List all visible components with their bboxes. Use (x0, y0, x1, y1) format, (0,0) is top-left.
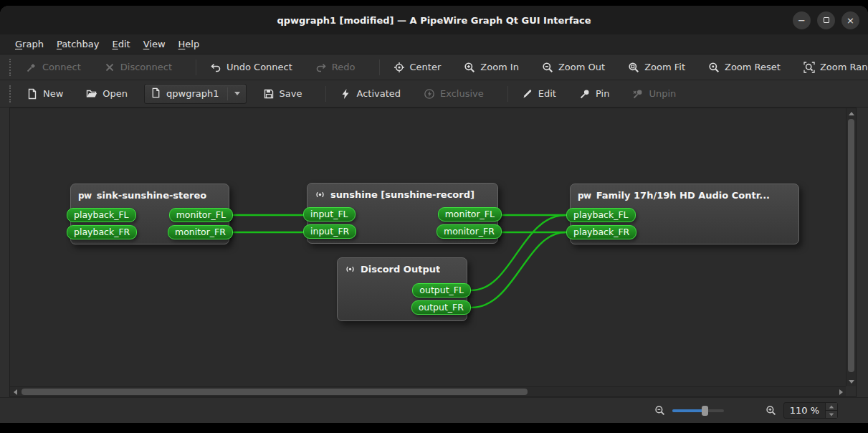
graph-node-sink-sunshine-stereo[interactable]: pw sink-sunshine-stereo playback_FL moni… (70, 184, 229, 244)
scroll-left-arrow[interactable] (10, 387, 20, 397)
undo-connect-button[interactable]: Undo Connect (204, 58, 299, 77)
menu-graph[interactable]: Graph (9, 36, 50, 52)
graph-canvas[interactable]: pw sink-sunshine-stereo playback_FL moni… (9, 108, 857, 397)
toolbar-separator (507, 86, 508, 102)
node-title: Family 17h/19h HD Audio Contr... (596, 190, 770, 201)
pipewire-icon: pw (578, 191, 591, 201)
center-icon (394, 62, 405, 73)
port-input[interactable]: input_FR (303, 224, 356, 239)
zoom-in-button[interactable]: Zoom In (457, 58, 525, 77)
pin-icon (579, 88, 591, 100)
close-button[interactable]: × (841, 11, 859, 29)
port-input[interactable]: playback_FL (566, 208, 636, 222)
unpin-button[interactable]: Unpin (626, 85, 682, 103)
exclusive-icon (424, 88, 435, 100)
vertical-scrollbar[interactable] (846, 108, 856, 386)
patchbay-toolbar: New Open qpwgraph1 Save Activated Exclus… (0, 80, 868, 108)
pin-button[interactable]: Pin (573, 85, 616, 103)
patchbay-file-icon (151, 87, 161, 100)
pipewire-icon: pw (78, 191, 92, 201)
port-output[interactable]: monitor_FL (438, 207, 502, 222)
graph-node-sunshine[interactable]: sunshine [sunshine-record] input_FL moni… (307, 183, 498, 244)
minimize-icon: − (798, 16, 806, 25)
menu-edit[interactable]: Edit (106, 36, 137, 52)
lightning-icon (340, 88, 351, 100)
port-input[interactable]: playback_FR (566, 225, 636, 239)
scrollbar-corner (846, 386, 856, 396)
zoom-slider-handle[interactable] (702, 406, 708, 416)
open-patchbay-button[interactable]: Open (80, 85, 134, 103)
port-input[interactable]: playback_FL (67, 208, 136, 222)
zoom-out-icon (542, 62, 553, 73)
graph-node-family-hd-audio[interactable]: pw Family 17h/19h HD Audio Contr... play… (570, 184, 799, 244)
scroll-down-arrow[interactable] (846, 376, 857, 386)
zoom-fit-button[interactable]: Zoom Fit (621, 58, 692, 77)
maximize-button[interactable] (817, 11, 835, 29)
save-patchbay-button[interactable]: Save (257, 85, 309, 103)
disconnect-icon (104, 62, 115, 73)
save-icon (263, 88, 275, 100)
connect-icon (26, 62, 37, 73)
undo-icon (210, 62, 221, 73)
zoom-slider[interactable] (672, 405, 724, 417)
chevron-down-icon (234, 92, 240, 95)
menu-help[interactable]: Help (172, 36, 206, 52)
new-file-icon (27, 88, 38, 100)
zoom-spinbox[interactable]: 110 % (783, 402, 838, 419)
port-input[interactable]: input_FL (303, 207, 356, 222)
toolbar-separator (196, 60, 196, 75)
window-title: qpwgraph1 [modified] — A PipeWire Graph … (277, 15, 591, 26)
activated-toggle[interactable]: Activated (333, 85, 407, 103)
patchbay-selector-value: qpwgraph1 (166, 88, 219, 99)
close-icon: × (846, 16, 854, 25)
titlebar[interactable]: qpwgraph1 [modified] — A PipeWire Graph … (0, 6, 868, 34)
connect-button[interactable]: Connect (19, 58, 87, 77)
menu-patchbay[interactable]: Patchbay (50, 36, 106, 52)
pencil-icon (522, 88, 533, 100)
graph-node-discord-output[interactable]: Discord Output output_FL output_FR (337, 257, 467, 321)
toolbar-drag-handle[interactable] (9, 85, 11, 103)
vertical-scrollbar-thumb[interactable] (848, 119, 854, 372)
menu-view[interactable]: View (137, 36, 172, 52)
port-output[interactable]: monitor_FR (168, 225, 233, 239)
zoom-in-icon (464, 62, 475, 73)
redo-button[interactable]: Redo (309, 58, 362, 77)
edit-toggle[interactable]: Edit (515, 85, 563, 103)
zoom-spin-down[interactable] (826, 410, 837, 418)
audio-app-icon (315, 189, 325, 200)
port-input[interactable]: playback_FR (67, 225, 137, 239)
zoom-value: 110 % (784, 403, 825, 418)
zoom-in-icon[interactable] (766, 405, 776, 416)
center-button[interactable]: Center (387, 58, 448, 77)
patchbay-selector[interactable]: qpwgraph1 (144, 84, 246, 104)
port-output[interactable]: output_FR (411, 300, 471, 315)
horizontal-scrollbar-thumb[interactable] (22, 389, 528, 395)
toolbar-drag-handle[interactable] (9, 59, 11, 76)
horizontal-scrollbar[interactable] (10, 386, 846, 396)
disconnect-button[interactable]: Disconnect (97, 58, 178, 77)
graph-view[interactable]: pw sink-sunshine-stereo playback_FL moni… (10, 108, 846, 386)
minimize-button[interactable]: − (793, 11, 811, 29)
menubar: Graph Patchbay Edit View Help (0, 34, 868, 54)
zoom-range-button[interactable]: Zoom Range (797, 58, 868, 77)
open-folder-icon (86, 88, 97, 100)
zoom-range-icon (803, 62, 815, 73)
exclusive-toggle[interactable]: Exclusive (417, 85, 490, 103)
zoom-out-button[interactable]: Zoom Out (535, 58, 611, 77)
zoom-spin-up[interactable] (826, 403, 837, 410)
zoom-reset-icon (708, 62, 720, 73)
connection-wires (10, 108, 846, 386)
scroll-up-arrow[interactable] (846, 108, 857, 118)
zoom-out-icon[interactable] (654, 405, 665, 416)
port-output[interactable]: output_FL (412, 283, 471, 298)
window-controls: − × (793, 6, 859, 34)
zoom-reset-button[interactable]: Zoom Reset (702, 58, 787, 77)
audio-app-icon (345, 264, 356, 275)
app-window: qpwgraph1 [modified] — A PipeWire Graph … (0, 6, 868, 423)
node-title: sink-sunshine-stereo (97, 190, 207, 201)
scroll-right-arrow[interactable] (836, 387, 846, 397)
new-patchbay-button[interactable]: New (20, 85, 70, 103)
node-title: Discord Output (361, 264, 440, 275)
port-output[interactable]: monitor_FL (169, 208, 233, 222)
port-output[interactable]: monitor_FR (437, 224, 502, 239)
